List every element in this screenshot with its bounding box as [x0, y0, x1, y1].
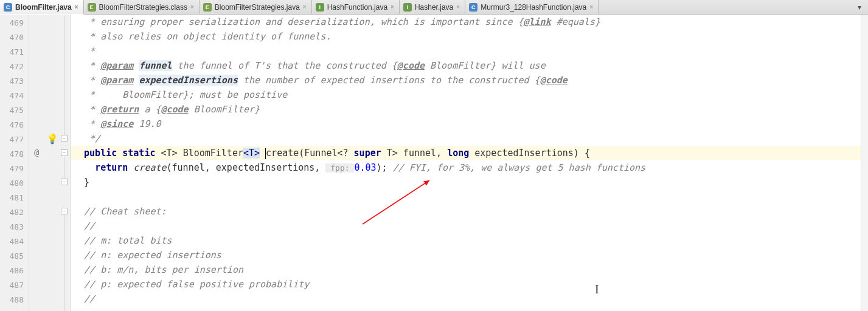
chevron-down-icon[interactable]: ▾ — [855, 2, 864, 12]
close-icon[interactable]: × — [303, 4, 307, 10]
override-marker-icon[interactable]: @ — [34, 148, 39, 157]
code-line: // b: m/n, bits per insertion — [71, 262, 868, 277]
code-line: return create(funnel, expectedInsertions… — [71, 160, 868, 175]
tab-bloomfilterstrategies-class[interactable]: E BloomFilterStrategies.class × — [84, 0, 200, 14]
tab-label: Murmur3_128HashFunction.java — [481, 3, 586, 12]
close-icon[interactable]: × — [391, 4, 394, 10]
fold-end-icon[interactable]: − — [61, 179, 68, 185]
line-number: 472 — [0, 60, 29, 74]
line-number: 479 — [0, 162, 29, 176]
code-line: * BloomFilter}; must be positive — [71, 87, 868, 102]
line-number: 481 — [0, 191, 29, 205]
line-number: 478 — [0, 147, 29, 162]
line-number: 484 — [0, 234, 29, 249]
code-line: * @param expectedInsertions the number o… — [71, 73, 868, 87]
line-number: 483 — [0, 220, 29, 234]
close-icon[interactable]: × — [190, 4, 194, 10]
tab-label: HashFunction.java — [327, 3, 387, 12]
intention-bulb-icon[interactable]: 💡 — [46, 133, 58, 145]
code-line: */ — [71, 131, 868, 146]
fold-collapse-icon[interactable]: − — [61, 208, 68, 214]
tab-hashfunction-java[interactable]: I HashFunction.java × — [312, 0, 400, 14]
code-line: // — [71, 219, 868, 233]
class-file-icon: C — [4, 3, 12, 12]
line-number: 486 — [0, 264, 29, 278]
code-line: * also relies on object identity of funn… — [71, 29, 868, 44]
code-line: // n: expected insertions — [71, 248, 868, 262]
code-line: // Cheat sheet: — [71, 204, 868, 219]
fold-collapse-icon[interactable]: − — [61, 149, 68, 156]
parameter-hint: fpp: — [325, 163, 354, 173]
fold-guide-line — [64, 215, 64, 311]
line-number: 482 — [0, 205, 29, 220]
line-number: 470 — [0, 30, 29, 45]
enum-file-icon: E — [88, 3, 96, 12]
code-line — [71, 190, 868, 204]
line-number: 477 — [0, 132, 29, 147]
code-text-area[interactable]: * ensuring proper serialization and dese… — [71, 15, 868, 311]
line-number: 480 — [0, 176, 29, 191]
line-number-gutter: 469 470 471 472 473 474 475 476 477 478 … — [0, 15, 29, 311]
tab-label: BloomFilter.java — [15, 3, 72, 12]
code-line: * @param funnel the funnel of T's that t… — [71, 58, 868, 73]
tab-label: BloomFilterStrategies.java — [215, 3, 300, 12]
interface-file-icon: I — [403, 3, 412, 12]
code-line: } — [71, 175, 868, 190]
line-number: 469 — [0, 16, 29, 30]
class-file-icon: C — [469, 3, 477, 12]
line-number: 485 — [0, 249, 29, 264]
close-icon[interactable]: × — [589, 4, 593, 10]
tab-label: Hasher.java — [415, 3, 453, 12]
code-editor[interactable]: 469 470 471 472 473 474 475 476 477 478 … — [0, 15, 868, 311]
code-line: * ensuring proper serialization and dese… — [71, 15, 868, 29]
interface-file-icon: I — [316, 3, 324, 12]
tab-label: BloomFilterStrategies.class — [99, 3, 187, 12]
fold-collapse-icon[interactable]: − — [61, 135, 68, 142]
line-number: 488 — [0, 293, 29, 307]
line-number: 487 — [0, 278, 29, 293]
right-marker-strip[interactable] — [861, 15, 868, 311]
line-number: 475 — [0, 103, 29, 118]
tab-bloomfilter-java[interactable]: C BloomFilter.java × — [0, 0, 84, 15]
code-line: // m: total bits — [71, 233, 868, 248]
line-number: 476 — [0, 118, 29, 132]
fold-guide-line — [64, 16, 64, 140]
close-icon[interactable]: × — [75, 4, 78, 10]
close-icon[interactable]: × — [456, 4, 460, 10]
code-line: * @since 19.0 — [71, 117, 868, 131]
code-line: // p: expected false positive probabilit… — [71, 277, 868, 292]
tab-murmur3-128hashfunction-java[interactable]: C Murmur3_128HashFunction.java × — [465, 0, 599, 14]
code-line: // — [71, 292, 868, 306]
line-number: 474 — [0, 89, 29, 103]
code-line: * — [71, 44, 868, 58]
enum-file-icon: E — [203, 3, 212, 12]
code-line-current: public static <T> BloomFilter<T> create(… — [71, 146, 868, 160]
tab-bar-right-controls: ▾ — [855, 0, 868, 14]
tab-bloomfilterstrategies-java[interactable]: E BloomFilterStrategies.java × — [200, 0, 312, 14]
marker-gutter: − 💡 @ − − − — [29, 15, 71, 311]
line-number: 473 — [0, 74, 29, 89]
editor-tab-bar: C BloomFilter.java × E BloomFilterStrate… — [0, 0, 868, 15]
tab-hasher-java[interactable]: I Hasher.java × — [400, 0, 465, 14]
code-line: * @return a {@code BloomFilter} — [71, 102, 868, 117]
line-number: 471 — [0, 45, 29, 60]
